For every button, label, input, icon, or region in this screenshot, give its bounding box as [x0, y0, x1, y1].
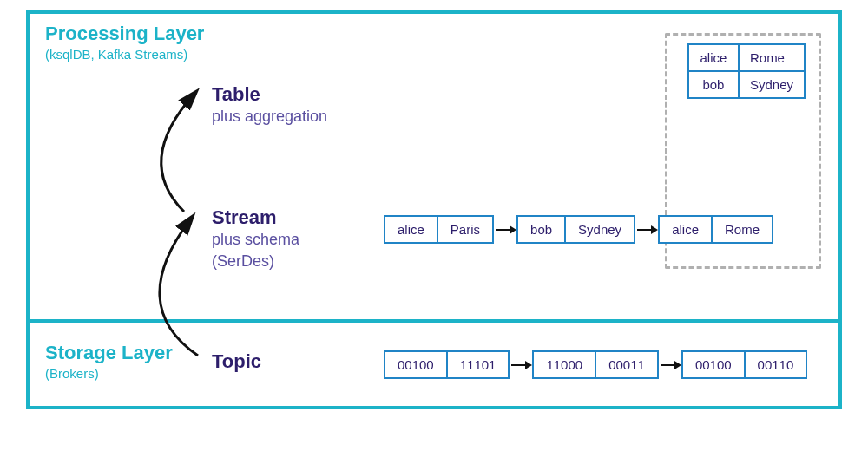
table-result: alice Rome bob Sydney — [687, 43, 806, 99]
record-key: 00100 — [683, 352, 744, 377]
table-cell-key: alice — [689, 45, 738, 70]
svg-marker-3 — [651, 226, 658, 234]
table-title: Table — [212, 83, 327, 106]
table-cell-val: Sydney — [738, 72, 804, 97]
topic-concept: Topic — [212, 350, 261, 373]
record-key: alice — [385, 217, 437, 242]
record-val: 11101 — [446, 352, 509, 377]
arrow-topic-to-stream-icon — [130, 210, 217, 366]
processing-layer-title: Processing Layer (ksqlDB, Kafka Streams) — [45, 23, 204, 62]
stream-record: alice Rome — [658, 215, 773, 244]
stream-subtitle-2: (SerDes) — [212, 251, 299, 272]
arrow-stream-to-table-icon — [134, 83, 220, 222]
topic-title: Topic — [212, 350, 261, 373]
arrow-right-icon — [659, 356, 681, 374]
arrow-right-icon — [635, 221, 658, 239]
record-val: Sydney — [564, 217, 634, 242]
record-key: 11000 — [534, 352, 595, 377]
diagram-container: Processing Layer (ksqlDB, Kafka Streams)… — [26, 10, 842, 435]
record-key: bob — [518, 217, 564, 242]
svg-marker-5 — [525, 361, 532, 369]
table-cell-val: Rome — [738, 45, 795, 70]
stream-record: alice Paris — [384, 215, 494, 244]
topic-record: 00100 00110 — [681, 350, 807, 379]
svg-marker-1 — [510, 226, 516, 234]
arrow-right-icon — [510, 356, 532, 374]
record-val: Rome — [711, 217, 772, 242]
record-val: Paris — [437, 217, 492, 242]
table-cell-key: bob — [689, 72, 738, 97]
table-grid: alice Rome bob Sydney — [687, 43, 806, 99]
topic-record: 11000 00011 — [532, 350, 658, 379]
layer-title-text: Processing Layer — [45, 23, 204, 44]
table-subtitle: plus aggregation — [212, 106, 327, 127]
record-key: 00100 — [385, 352, 446, 377]
stream-subtitle-1: plus schema — [212, 229, 299, 251]
processing-layer-subtitle: (ksqlDB, Kafka Streams) — [45, 47, 204, 62]
table-concept: Table plus aggregation — [212, 83, 327, 127]
stream-records-row: alice Paris bob Sydney alice Rome — [384, 215, 773, 244]
record-key: alice — [660, 217, 711, 242]
svg-marker-7 — [674, 361, 681, 369]
table-row: bob Sydney — [689, 70, 804, 97]
topic-record: 00100 11101 — [384, 350, 510, 379]
stream-record: bob Sydney — [516, 215, 635, 244]
record-val: 00011 — [595, 352, 657, 377]
stream-title: Stream — [212, 206, 299, 229]
stream-concept: Stream plus schema (SerDes) — [212, 206, 299, 272]
arrow-right-icon — [494, 221, 516, 239]
record-val: 00110 — [744, 352, 806, 377]
table-row: alice Rome — [689, 45, 804, 70]
storage-layer-subtitle: (Brokers) — [45, 366, 173, 381]
topic-records-row: 00100 11101 11000 00011 00100 00110 — [384, 350, 807, 379]
